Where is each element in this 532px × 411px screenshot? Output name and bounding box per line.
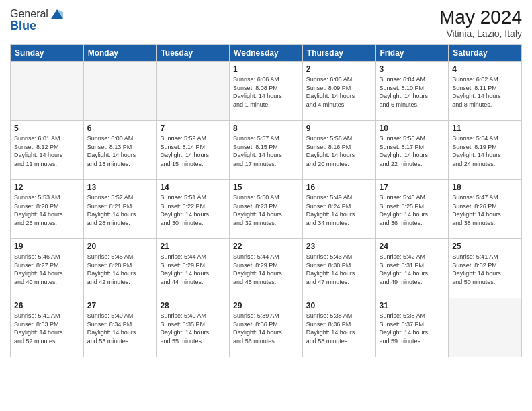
- day-number: 31: [380, 301, 445, 310]
- day-number: 2: [306, 64, 372, 74]
- page: General Blue May 2024 Vitinia, Lazio, It…: [0, 0, 532, 411]
- day-number: 29: [233, 301, 299, 310]
- day-info: Sunrise: 5:42 AM Sunset: 8:31 PM Dayligh…: [380, 253, 445, 286]
- table-row: 27Sunrise: 5:40 AM Sunset: 8:34 PM Dayli…: [83, 298, 157, 357]
- day-info: Sunrise: 5:38 AM Sunset: 8:36 PM Dayligh…: [306, 312, 372, 345]
- day-number: 9: [306, 124, 372, 133]
- day-number: 21: [160, 242, 226, 251]
- table-row: 6Sunrise: 6:00 AM Sunset: 8:13 PM Daylig…: [83, 121, 157, 180]
- table-row: 23Sunrise: 5:43 AM Sunset: 8:30 PM Dayli…: [302, 239, 375, 298]
- calendar-week-row: 19Sunrise: 5:46 AM Sunset: 8:27 PM Dayli…: [11, 239, 522, 298]
- calendar-header-row: Sunday Monday Tuesday Wednesday Thursday…: [11, 45, 522, 62]
- day-info: Sunrise: 5:48 AM Sunset: 8:25 PM Dayligh…: [380, 193, 445, 227]
- calendar-week-row: 12Sunrise: 5:53 AM Sunset: 8:20 PM Dayli…: [11, 180, 522, 239]
- day-number: 7: [160, 124, 226, 133]
- logo: General Blue: [10, 7, 64, 33]
- table-row: [157, 62, 230, 121]
- day-number: 8: [233, 124, 299, 133]
- month-title: May 2024: [439, 7, 522, 28]
- day-number: 18: [452, 183, 518, 192]
- col-tuesday: Tuesday: [157, 45, 230, 62]
- day-number: 20: [87, 242, 153, 251]
- day-info: Sunrise: 5:39 AM Sunset: 8:36 PM Dayligh…: [233, 312, 299, 345]
- table-row: 29Sunrise: 5:39 AM Sunset: 8:36 PM Dayli…: [230, 298, 303, 357]
- calendar-week-row: 26Sunrise: 5:41 AM Sunset: 8:33 PM Dayli…: [11, 298, 522, 357]
- day-info: Sunrise: 5:38 AM Sunset: 8:37 PM Dayligh…: [380, 312, 445, 345]
- table-row: 18Sunrise: 5:47 AM Sunset: 8:26 PM Dayli…: [449, 180, 522, 239]
- day-info: Sunrise: 5:56 AM Sunset: 8:16 PM Dayligh…: [306, 134, 372, 168]
- table-row: 15Sunrise: 5:50 AM Sunset: 8:23 PM Dayli…: [230, 180, 303, 239]
- day-number: 6: [87, 124, 153, 133]
- col-saturday: Saturday: [449, 45, 522, 62]
- table-row: 25Sunrise: 5:41 AM Sunset: 8:32 PM Dayli…: [449, 239, 522, 298]
- day-number: 25: [452, 242, 518, 251]
- day-number: 11: [452, 124, 518, 133]
- location: Vitinia, Lazio, Italy: [439, 28, 522, 39]
- logo-blue-text: Blue: [10, 19, 36, 33]
- table-row: 4Sunrise: 6:02 AM Sunset: 8:11 PM Daylig…: [449, 62, 522, 121]
- day-info: Sunrise: 5:52 AM Sunset: 8:21 PM Dayligh…: [87, 193, 153, 227]
- day-number: 26: [14, 301, 80, 310]
- table-row: 24Sunrise: 5:42 AM Sunset: 8:31 PM Dayli…: [375, 239, 449, 298]
- day-number: 12: [14, 183, 80, 192]
- day-number: 13: [87, 183, 153, 192]
- header: General Blue May 2024 Vitinia, Lazio, It…: [10, 7, 522, 39]
- table-row: 9Sunrise: 5:56 AM Sunset: 8:16 PM Daylig…: [302, 121, 375, 180]
- table-row: 10Sunrise: 5:55 AM Sunset: 8:17 PM Dayli…: [375, 121, 449, 180]
- day-info: Sunrise: 6:01 AM Sunset: 8:12 PM Dayligh…: [14, 134, 80, 168]
- day-info: Sunrise: 5:59 AM Sunset: 8:14 PM Dayligh…: [160, 134, 226, 168]
- day-info: Sunrise: 5:50 AM Sunset: 8:23 PM Dayligh…: [233, 193, 299, 227]
- day-info: Sunrise: 6:05 AM Sunset: 8:09 PM Dayligh…: [306, 75, 372, 109]
- table-row: 17Sunrise: 5:48 AM Sunset: 8:25 PM Dayli…: [375, 180, 449, 239]
- day-info: Sunrise: 5:47 AM Sunset: 8:26 PM Dayligh…: [452, 193, 518, 227]
- day-info: Sunrise: 5:44 AM Sunset: 8:29 PM Dayligh…: [233, 253, 299, 286]
- logo-icon: [50, 7, 64, 21]
- col-wednesday: Wednesday: [230, 45, 303, 62]
- col-sunday: Sunday: [11, 45, 84, 62]
- table-row: 11Sunrise: 5:54 AM Sunset: 8:19 PM Dayli…: [449, 121, 522, 180]
- table-row: 7Sunrise: 5:59 AM Sunset: 8:14 PM Daylig…: [157, 121, 230, 180]
- day-info: Sunrise: 5:45 AM Sunset: 8:28 PM Dayligh…: [87, 253, 153, 286]
- calendar-week-row: 1Sunrise: 6:06 AM Sunset: 8:08 PM Daylig…: [11, 62, 522, 121]
- title-block: May 2024 Vitinia, Lazio, Italy: [439, 7, 522, 39]
- day-number: 14: [160, 183, 226, 192]
- table-row: 1Sunrise: 6:06 AM Sunset: 8:08 PM Daylig…: [230, 62, 303, 121]
- table-row: 20Sunrise: 5:45 AM Sunset: 8:28 PM Dayli…: [83, 239, 157, 298]
- day-number: 30: [306, 301, 372, 310]
- table-row: 19Sunrise: 5:46 AM Sunset: 8:27 PM Dayli…: [11, 239, 84, 298]
- day-info: Sunrise: 5:49 AM Sunset: 8:24 PM Dayligh…: [306, 193, 372, 227]
- day-number: 22: [233, 242, 299, 251]
- day-number: 5: [14, 124, 80, 133]
- day-number: 17: [380, 183, 445, 192]
- day-info: Sunrise: 5:55 AM Sunset: 8:17 PM Dayligh…: [380, 134, 445, 168]
- table-row: 21Sunrise: 5:44 AM Sunset: 8:29 PM Dayli…: [157, 239, 230, 298]
- table-row: 16Sunrise: 5:49 AM Sunset: 8:24 PM Dayli…: [302, 180, 375, 239]
- col-monday: Monday: [83, 45, 157, 62]
- day-info: Sunrise: 5:51 AM Sunset: 8:22 PM Dayligh…: [160, 193, 226, 227]
- table-row: [11, 62, 84, 121]
- day-info: Sunrise: 5:44 AM Sunset: 8:29 PM Dayligh…: [160, 253, 226, 286]
- day-info: Sunrise: 6:04 AM Sunset: 8:10 PM Dayligh…: [380, 75, 445, 109]
- table-row: 5Sunrise: 6:01 AM Sunset: 8:12 PM Daylig…: [11, 121, 84, 180]
- col-thursday: Thursday: [302, 45, 375, 62]
- day-info: Sunrise: 5:41 AM Sunset: 8:32 PM Dayligh…: [452, 253, 518, 286]
- day-info: Sunrise: 5:54 AM Sunset: 8:19 PM Dayligh…: [452, 134, 518, 168]
- table-row: 26Sunrise: 5:41 AM Sunset: 8:33 PM Dayli…: [11, 298, 84, 357]
- day-number: 1: [233, 64, 299, 74]
- day-number: 19: [14, 242, 80, 251]
- day-number: 15: [233, 183, 299, 192]
- calendar-week-row: 5Sunrise: 6:01 AM Sunset: 8:12 PM Daylig…: [11, 121, 522, 180]
- day-info: Sunrise: 6:02 AM Sunset: 8:11 PM Dayligh…: [452, 75, 518, 109]
- day-info: Sunrise: 5:41 AM Sunset: 8:33 PM Dayligh…: [14, 312, 80, 345]
- day-info: Sunrise: 5:46 AM Sunset: 8:27 PM Dayligh…: [14, 253, 80, 286]
- table-row: 3Sunrise: 6:04 AM Sunset: 8:10 PM Daylig…: [375, 62, 449, 121]
- day-number: 28: [160, 301, 226, 310]
- day-number: 16: [306, 183, 372, 192]
- table-row: [449, 298, 522, 357]
- table-row: 2Sunrise: 6:05 AM Sunset: 8:09 PM Daylig…: [302, 62, 375, 121]
- table-row: 30Sunrise: 5:38 AM Sunset: 8:36 PM Dayli…: [302, 298, 375, 357]
- day-number: 27: [87, 301, 153, 310]
- day-number: 24: [380, 242, 445, 251]
- day-info: Sunrise: 5:57 AM Sunset: 8:15 PM Dayligh…: [233, 134, 299, 168]
- day-info: Sunrise: 5:53 AM Sunset: 8:20 PM Dayligh…: [14, 193, 80, 227]
